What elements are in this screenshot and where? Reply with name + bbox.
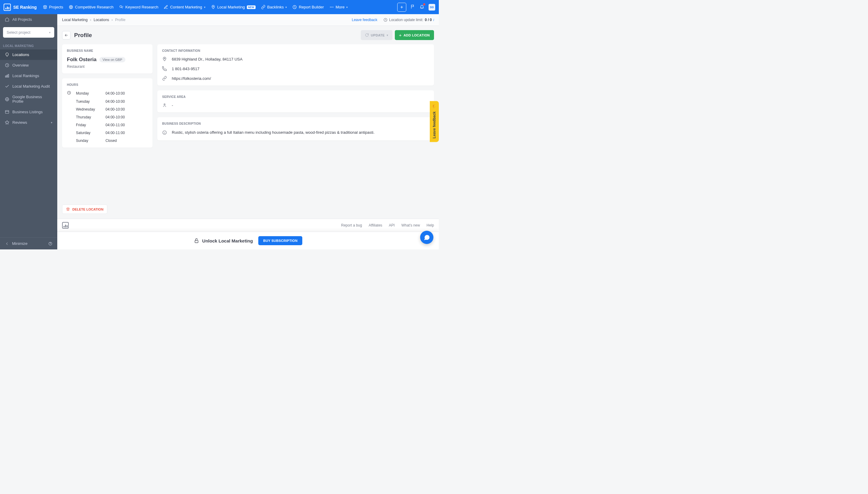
footer-help[interactable]: Help xyxy=(426,223,434,227)
page-title-row: Profile UPDATE▾ +ADD LOCATION xyxy=(57,26,439,44)
new-badge: NEW xyxy=(247,5,256,9)
main-content: Local Marketing› Locations› Profile Leav… xyxy=(57,14,439,249)
business-name: Folk Osteria xyxy=(67,57,96,63)
nav-competitive[interactable]: Competitive Research xyxy=(69,5,114,10)
svg-point-18 xyxy=(164,58,165,59)
brand-logo[interactable]: SE Ranking xyxy=(4,4,37,11)
view-gbp-link[interactable]: View on GBP xyxy=(99,57,125,62)
business-category: Restaurant xyxy=(67,64,148,69)
sidebar-item-locations[interactable]: Locations xyxy=(0,50,57,60)
user-avatar[interactable]: DD xyxy=(429,4,435,11)
svg-point-6 xyxy=(330,7,330,7)
phone-icon xyxy=(162,66,167,71)
clock-icon xyxy=(67,91,71,95)
sidebar-item-gbp[interactable]: Google Business Profile xyxy=(0,92,57,107)
footer-api[interactable]: API xyxy=(389,223,394,227)
hours-card: HOURS Monday04:00-10:00 Tuesday04:00-10:… xyxy=(62,78,152,148)
add-button[interactable]: + xyxy=(397,3,406,12)
notifications-button[interactable] xyxy=(420,4,424,10)
svg-point-1 xyxy=(70,6,72,8)
crumb-current: Profile xyxy=(115,18,125,22)
chevron-down-icon: ▾ xyxy=(285,6,287,9)
sidebar-item-rankings[interactable]: Local Rankings xyxy=(0,71,57,81)
breadcrumb-bar: Local Marketing› Locations› Profile Leav… xyxy=(57,14,439,26)
breadcrumb: Local Marketing› Locations› Profile xyxy=(62,18,125,22)
svg-point-7 xyxy=(331,7,332,7)
hours-row: Tuesday04:00-10:00 xyxy=(67,99,148,103)
unlock-icon xyxy=(194,238,199,243)
svg-point-0 xyxy=(69,5,73,9)
service-area-value: - xyxy=(172,103,173,108)
sidebar-section-label: LOCAL MARKETING xyxy=(0,40,57,50)
svg-point-2 xyxy=(71,7,71,7)
crumb-local[interactable]: Local Marketing xyxy=(62,18,88,22)
hours-row: Saturday04:00-11:00 xyxy=(67,131,148,135)
sidebar-all-projects[interactable]: All Projects xyxy=(0,14,57,25)
address-row: 6839 Highland Dr., Holladay, 84117 USA xyxy=(162,57,429,61)
nav-more[interactable]: More▾ xyxy=(329,5,348,10)
main-nav: Projects Competitive Research Keyword Re… xyxy=(43,5,397,10)
page-title: Profile xyxy=(74,32,92,39)
notification-dot xyxy=(423,3,425,5)
brand-name: SE Ranking xyxy=(13,5,37,10)
hours-row: Monday04:00-10:00 xyxy=(67,91,148,96)
unlock-bar: Unlock Local Marketing BUY SUBSCRIPTION xyxy=(57,232,439,249)
hours-row: Wednesday04:00-10:00 xyxy=(67,107,148,111)
chevron-down-icon: ▾ xyxy=(49,31,51,34)
top-header: SE Ranking Projects Competitive Research… xyxy=(0,0,439,14)
business-description: Rustic, stylish osteria offering a full … xyxy=(172,130,375,136)
project-select[interactable]: Select project▾ xyxy=(3,27,54,38)
sidebar: All Projects Select project▾ LOCAL MARKE… xyxy=(0,14,57,249)
svg-point-8 xyxy=(333,7,333,7)
contact-card: CONTACT INFORMATION 6839 Highland Dr., H… xyxy=(157,44,434,86)
sidebar-item-overview[interactable]: Overview xyxy=(0,60,57,71)
footer-bug[interactable]: Report a bug xyxy=(341,223,362,227)
flag-icon[interactable] xyxy=(410,4,415,10)
nav-content[interactable]: Content Marketing▾ xyxy=(164,5,205,10)
nav-projects[interactable]: Projects xyxy=(43,5,63,10)
svg-point-19 xyxy=(164,103,165,105)
sidebar-item-reviews[interactable]: Reviews▾ xyxy=(0,117,57,128)
svg-rect-14 xyxy=(5,111,9,114)
hours-row: SundayClosed xyxy=(67,138,148,143)
info-icon xyxy=(162,130,167,135)
sidebar-item-listings[interactable]: Business Listings xyxy=(0,107,57,117)
business-name-card: BUSINESS NAME Folk Osteria View on GBP R… xyxy=(62,44,152,74)
chat-fab[interactable] xyxy=(420,231,433,244)
nav-report[interactable]: Report Builder xyxy=(292,5,324,10)
svg-rect-21 xyxy=(195,240,198,243)
footer-whatsnew[interactable]: What's new xyxy=(402,223,420,227)
footer-logo-icon xyxy=(62,222,69,229)
hours-row: Friday04:00-11:00 xyxy=(67,123,148,127)
chevron-down-icon: ▾ xyxy=(346,6,348,9)
crumb-locations[interactable]: Locations xyxy=(94,18,109,22)
leave-feedback-link[interactable]: Leave feedback xyxy=(352,18,377,22)
update-button[interactable]: UPDATE▾ xyxy=(361,30,392,40)
sidebar-item-audit[interactable]: Local Marketing Audit xyxy=(0,81,57,92)
svg-rect-10 xyxy=(5,76,6,77)
footer-affiliates[interactable]: Affiliates xyxy=(369,223,382,227)
url-row: https://folkosteria.com/ xyxy=(162,76,429,81)
user-pin-icon xyxy=(162,103,167,108)
header-right: + DD xyxy=(397,3,435,12)
side-feedback-tab[interactable]: Leave feedback👍 xyxy=(430,101,439,142)
pin-icon xyxy=(162,57,167,61)
buy-subscription-button[interactable]: BUY SUBSCRIPTION xyxy=(258,236,302,245)
nav-keyword[interactable]: Keyword Research xyxy=(119,5,159,10)
help-icon[interactable] xyxy=(48,242,52,246)
service-area-card: SERVICE AREA - xyxy=(157,90,434,112)
page-footer: Report a bug Affiliates API What's new H… xyxy=(57,219,439,232)
nav-backlinks[interactable]: Backlinks▾ xyxy=(261,5,287,10)
delete-location-button[interactable]: DELETE LOCATION xyxy=(62,205,107,214)
sidebar-footer: Minimize xyxy=(0,238,57,249)
svg-rect-11 xyxy=(7,75,7,77)
back-button[interactable] xyxy=(62,31,71,39)
svg-point-4 xyxy=(213,6,214,7)
chevron-down-icon: ▾ xyxy=(51,121,52,124)
link-icon xyxy=(162,76,167,81)
phone-row: 1 801-843-9517 xyxy=(162,66,429,71)
minimize-button[interactable]: Minimize xyxy=(5,241,27,246)
description-card: BUSINESS DESCRIPTION Rustic, stylish ost… xyxy=(157,117,434,140)
nav-local[interactable]: Local MarketingNEW xyxy=(211,5,256,10)
add-location-button[interactable]: +ADD LOCATION xyxy=(395,30,434,40)
